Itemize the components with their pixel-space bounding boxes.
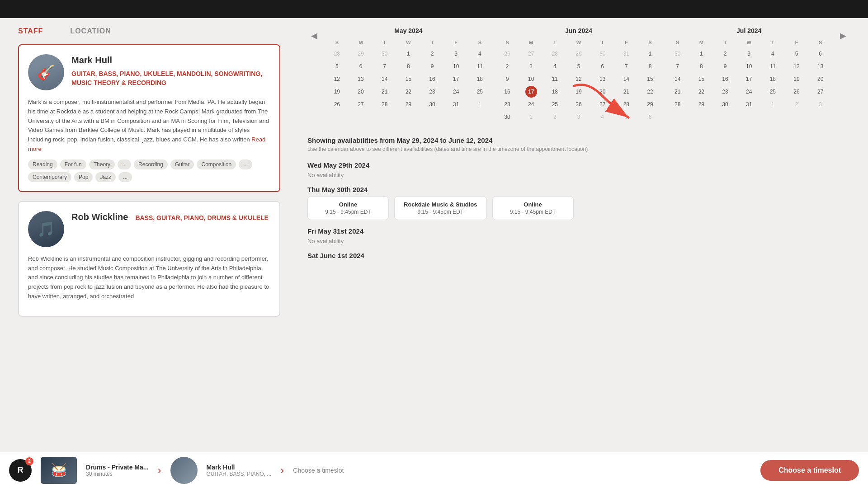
cal-day[interactable]: 3	[815, 99, 826, 110]
cal-day[interactable]: 10	[743, 61, 755, 72]
tag-guitar[interactable]: Guitar	[170, 160, 194, 169]
cal-day[interactable]: 30	[597, 48, 609, 60]
cal-day[interactable]: 1	[767, 99, 778, 110]
cal-day[interactable]: 19	[791, 73, 802, 85]
cal-day[interactable]: 7	[672, 61, 684, 72]
cal-day[interactable]: 29	[695, 99, 707, 110]
cal-day[interactable]: 26	[573, 99, 585, 110]
cal-day[interactable]: 16	[426, 73, 438, 85]
cal-day[interactable]: 16	[719, 73, 731, 85]
cal-day[interactable]: 22	[644, 86, 656, 98]
cal-day[interactable]: 8	[402, 61, 414, 72]
cal-day[interactable]: 26	[501, 48, 513, 60]
cal-day[interactable]: 16	[501, 86, 513, 98]
cal-day[interactable]: 8	[644, 61, 656, 72]
timeslot-online-2[interactable]: Online 9:15 - 9:45pm EDT	[492, 196, 574, 220]
cal-day[interactable]: 11	[767, 61, 778, 72]
cal-day-selected-17[interactable]: 17	[525, 86, 537, 98]
cal-day[interactable]: 17	[450, 73, 462, 85]
cal-day[interactable]: 1	[402, 48, 414, 60]
cal-day[interactable]: 20	[597, 86, 609, 98]
calendar-prev[interactable]: ◀	[307, 29, 321, 42]
cal-day[interactable]: 25	[767, 86, 778, 98]
cal-day[interactable]: 3	[743, 48, 755, 60]
cal-day[interactable]: 28	[379, 99, 391, 110]
cal-day[interactable]: 5	[331, 61, 343, 72]
cal-day[interactable]: 28	[549, 48, 561, 60]
cal-day[interactable]: 28	[331, 48, 343, 60]
cal-day[interactable]: 10	[450, 61, 462, 72]
cal-day[interactable]: 12	[331, 73, 343, 85]
cal-day[interactable]: 2	[426, 48, 438, 60]
cal-day[interactable]: 20	[815, 73, 826, 85]
cal-day[interactable]: 6	[597, 61, 609, 72]
timeslot-rockdale[interactable]: Rockdale Music & Studios 9:15 - 9:45pm E…	[394, 196, 487, 220]
cal-day[interactable]: 30	[501, 111, 513, 123]
cal-day[interactable]: 30	[719, 99, 731, 110]
cal-day[interactable]: 13	[355, 73, 367, 85]
cal-day[interactable]: 6	[355, 61, 367, 72]
tag-pop[interactable]: Pop	[74, 172, 93, 182]
cal-day[interactable]: 7	[379, 61, 391, 72]
cal-day[interactable]: 26	[331, 99, 343, 110]
cal-day[interactable]: 8	[695, 61, 707, 72]
cal-day[interactable]: 31	[620, 48, 632, 60]
cal-day[interactable]: 11	[474, 61, 486, 72]
cal-day[interactable]: 31	[743, 99, 755, 110]
cal-day[interactable]: 15	[695, 73, 707, 85]
cal-day[interactable]: 28	[620, 99, 632, 110]
nav-location[interactable]: LOCATION	[70, 27, 111, 35]
cal-day[interactable]: 21	[672, 86, 684, 98]
cal-day[interactable]: 5	[573, 61, 585, 72]
tag-more3[interactable]: ...	[118, 172, 132, 182]
nav-staff[interactable]: STAFF	[18, 27, 43, 35]
cal-day[interactable]: 25	[549, 99, 561, 110]
cal-day[interactable]: 5	[620, 111, 632, 123]
cal-day[interactable]: 11	[549, 73, 561, 85]
choose-timeslot-button[interactable]: Choose a timeslot	[760, 460, 859, 481]
tag-reading[interactable]: Reading	[28, 160, 57, 169]
cal-day[interactable]: 27	[815, 86, 826, 98]
cal-day[interactable]: 10	[525, 73, 537, 85]
cal-day[interactable]: 1	[644, 48, 656, 60]
cal-day[interactable]: 3	[450, 48, 462, 60]
tag-more1[interactable]: ...	[118, 160, 131, 169]
cal-day[interactable]: 13	[597, 73, 609, 85]
cal-day[interactable]: 28	[672, 99, 684, 110]
cal-day[interactable]: 3	[525, 61, 537, 72]
cal-day[interactable]: 3	[573, 111, 585, 123]
cal-day[interactable]: 21	[379, 86, 391, 98]
cal-day[interactable]: 23	[719, 86, 731, 98]
cal-day[interactable]: 22	[402, 86, 414, 98]
cal-day[interactable]: 12	[573, 73, 585, 85]
cal-day[interactable]: 14	[379, 73, 391, 85]
tag-jazz[interactable]: Jazz	[95, 172, 116, 182]
cal-day[interactable]: 22	[695, 86, 707, 98]
cal-day[interactable]: 30	[672, 48, 684, 60]
cal-day[interactable]: 14	[672, 73, 684, 85]
cal-day[interactable]: 17	[743, 73, 755, 85]
cal-day[interactable]: 27	[355, 99, 367, 110]
cal-day[interactable]: 4	[767, 48, 778, 60]
cal-day[interactable]: 19	[573, 86, 585, 98]
tag-for-fun[interactable]: For fun	[60, 160, 86, 169]
cal-day[interactable]: 18	[549, 86, 561, 98]
cal-day[interactable]: 2	[549, 111, 561, 123]
cal-day[interactable]: 9	[501, 73, 513, 85]
cal-day[interactable]: 4	[549, 61, 561, 72]
cal-day[interactable]: 24	[743, 86, 755, 98]
cal-day[interactable]: 23	[501, 99, 513, 110]
cal-day[interactable]: 29	[355, 48, 367, 60]
cal-day[interactable]: 4	[597, 111, 609, 123]
cal-day[interactable]: 12	[791, 61, 802, 72]
cal-day[interactable]: 25	[474, 86, 486, 98]
cal-day[interactable]: 15	[644, 73, 656, 85]
cal-day[interactable]: 18	[767, 73, 778, 85]
cal-day[interactable]: 5	[791, 48, 802, 60]
cal-day[interactable]: 2	[791, 99, 802, 110]
cal-day[interactable]: 27	[597, 99, 609, 110]
timeslot-online-1[interactable]: Online 9:15 - 9:45pm EDT	[307, 196, 389, 220]
cal-day[interactable]: 19	[331, 86, 343, 98]
calendar-next[interactable]: ▶	[836, 29, 850, 42]
cal-day[interactable]: 26	[791, 86, 802, 98]
